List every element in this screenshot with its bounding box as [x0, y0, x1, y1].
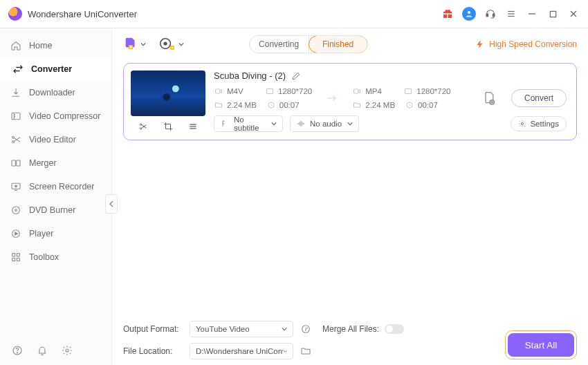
- target-meta: MP4 1280*720 2.24 MB 00:07: [352, 86, 450, 110]
- svg-point-29: [164, 42, 167, 45]
- crop-icon[interactable]: [159, 120, 177, 133]
- recorder-icon: [10, 180, 22, 193]
- svg-rect-22: [12, 258, 15, 261]
- disc-icon: [10, 204, 22, 216]
- add-disc-button[interactable]: [158, 37, 184, 52]
- clock-icon: [405, 100, 414, 110]
- svg-point-26: [66, 349, 68, 352]
- file-location-label: File Location:: [123, 346, 183, 356]
- more-icon[interactable]: [184, 120, 202, 133]
- sidebar-item-compressor[interactable]: Video Compressor: [0, 104, 111, 128]
- user-avatar-icon[interactable]: [462, 7, 476, 21]
- arrow-right-icon: [324, 92, 340, 104]
- chevron-down-icon: [283, 348, 288, 354]
- merge-label: Merge All Files:: [322, 324, 379, 334]
- video-thumbnail[interactable]: [131, 71, 205, 116]
- add-file-button[interactable]: [123, 37, 146, 52]
- svg-rect-1: [486, 14, 488, 17]
- start-all-button[interactable]: Start All: [508, 333, 574, 357]
- sidebar-item-dvd[interactable]: DVD Burner: [0, 198, 111, 222]
- sidebar-item-recorder[interactable]: Screen Recorder: [0, 175, 111, 198]
- audio-icon: [296, 119, 306, 129]
- sidebar-item-home[interactable]: Home: [0, 34, 111, 57]
- hsc-label: High Speed Conversion: [489, 39, 577, 49]
- output-format-label: Output Format:: [123, 324, 183, 334]
- chevron-down-icon: [271, 121, 277, 127]
- high-speed-conversion-link[interactable]: High Speed Conversion: [475, 39, 577, 49]
- sidebar-item-label: Video Editor: [29, 135, 76, 144]
- play-icon: [10, 227, 22, 240]
- sidebar-item-editor[interactable]: Video Editor: [0, 128, 111, 151]
- sidebar-item-label: Toolbox: [29, 252, 59, 262]
- compressor-icon: [10, 110, 22, 122]
- bell-icon[interactable]: [36, 344, 48, 357]
- collapse-sidebar-button[interactable]: [105, 194, 118, 214]
- source-meta: M4V 1280*720 2.24 MB 00:07: [214, 86, 312, 110]
- sidebar-item-label: Converter: [31, 64, 72, 74]
- app-title: Wondershare UniConverter: [28, 9, 137, 19]
- close-button[interactable]: [567, 8, 580, 20]
- sidebar: Home Converter Downloader Video Compress…: [0, 28, 112, 365]
- svg-point-31: [140, 124, 141, 125]
- edit-title-icon[interactable]: [291, 71, 301, 81]
- video-icon: [214, 86, 223, 96]
- app-logo: [8, 7, 22, 21]
- resolution-icon: [403, 86, 413, 96]
- video-icon: [352, 86, 362, 96]
- audio-select[interactable]: No audio: [290, 115, 359, 132]
- sidebar-item-player[interactable]: Player: [0, 222, 111, 245]
- file-title: Scuba Diving - (2): [214, 71, 286, 81]
- svg-point-17: [12, 207, 20, 214]
- sidebar-item-label: DVD Burner: [29, 205, 75, 215]
- svg-point-25: [17, 353, 17, 353]
- sidebar-item-label: Player: [29, 229, 53, 238]
- subtitle-select[interactable]: No subtitle: [214, 115, 283, 132]
- sidebar-item-label: Merger: [29, 158, 57, 168]
- trim-icon[interactable]: [134, 120, 152, 133]
- tab-finished[interactable]: Finished: [309, 35, 368, 53]
- scissors-icon: [10, 133, 22, 146]
- support-icon[interactable]: [484, 8, 497, 20]
- sidebar-item-label: Downloader: [29, 88, 75, 97]
- open-folder-icon[interactable]: [300, 346, 313, 357]
- chevron-down-icon: [282, 326, 287, 332]
- file-location-select[interactable]: D:\Wondershare UniConverter: [190, 343, 293, 359]
- svg-rect-23: [17, 258, 19, 261]
- minimize-button[interactable]: [526, 8, 538, 20]
- gpu-accel-icon[interactable]: [300, 324, 311, 335]
- tab-label: Converting: [259, 39, 299, 49]
- sidebar-item-merger[interactable]: Merger: [0, 151, 111, 175]
- clock-icon: [266, 100, 276, 110]
- svg-rect-36: [216, 89, 221, 93]
- svg-rect-37: [267, 89, 273, 94]
- output-format-select[interactable]: YouTube Video: [190, 321, 293, 337]
- home-icon: [10, 39, 22, 52]
- footer-bar: Output Format: YouTube Video Merge All F…: [123, 316, 577, 359]
- svg-point-0: [468, 11, 470, 14]
- menu-icon[interactable]: [505, 8, 517, 20]
- sidebar-item-toolbox[interactable]: Toolbox: [0, 245, 111, 269]
- maximize-button[interactable]: [546, 8, 559, 20]
- convert-button[interactable]: Convert: [511, 89, 567, 107]
- sidebar-item-converter[interactable]: Converter: [0, 57, 111, 81]
- merge-toggle[interactable]: [385, 324, 404, 334]
- svg-rect-10: [12, 113, 20, 119]
- title-bar: Wondershare UniConverter: [0, 0, 588, 28]
- output-settings-icon[interactable]: [482, 91, 496, 106]
- svg-rect-21: [17, 254, 19, 256]
- sidebar-item-downloader[interactable]: Downloader: [0, 81, 111, 104]
- settings-icon[interactable]: [61, 344, 73, 357]
- tab-converting[interactable]: Converting: [250, 36, 309, 53]
- svg-point-16: [15, 185, 17, 187]
- svg-point-32: [140, 128, 141, 129]
- file-settings-button[interactable]: Settings: [511, 116, 567, 131]
- svg-rect-20: [12, 254, 15, 256]
- tabs: Converting Finished: [249, 35, 368, 53]
- folder-icon: [214, 100, 223, 110]
- svg-point-11: [12, 136, 15, 138]
- svg-rect-39: [354, 89, 359, 93]
- svg-rect-2: [493, 14, 495, 17]
- help-icon[interactable]: [11, 344, 24, 357]
- gift-icon[interactable]: [441, 8, 454, 20]
- subtitle-icon: [220, 119, 230, 129]
